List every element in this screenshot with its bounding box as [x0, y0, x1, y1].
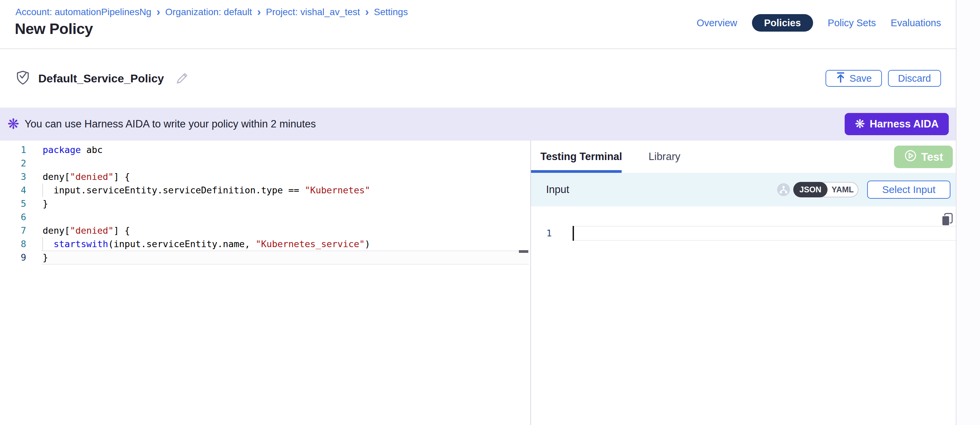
- line-number: 4: [0, 184, 26, 197]
- copy-icon: [940, 212, 955, 227]
- nav-item-evaluations[interactable]: Evaluations: [891, 18, 941, 29]
- select-input-button[interactable]: Select Input: [867, 181, 950, 199]
- save-button[interactable]: Save: [826, 70, 882, 87]
- pencil-icon: [175, 72, 189, 85]
- code-line[interactable]: 8 startswith(input.serviceEntity.name, "…: [0, 237, 530, 251]
- page-title: New Policy: [15, 20, 93, 38]
- code-text: }: [43, 251, 48, 264]
- main-area: 1package abc23deny["denied"] {4 input.se…: [0, 141, 956, 425]
- new-policy-page: Account: automationPipelinesNg › Organiz…: [0, 0, 980, 425]
- json-yaml-toggle[interactable]: JSON YAML: [793, 182, 858, 197]
- aida-banner: ❋ You can use Harness AIDA to write your…: [0, 108, 956, 141]
- code-text: input.serviceEntity.serviceDefinition.ty…: [43, 184, 370, 197]
- copy-button[interactable]: [940, 212, 955, 227]
- right-page-gutter: [956, 0, 980, 425]
- harness-aida-button-label: Harness AIDA: [870, 118, 939, 130]
- current-line-highlight: [573, 226, 956, 241]
- policy-name-group: Default_Service_Policy: [16, 49, 189, 108]
- branch-icon: [776, 182, 791, 197]
- text-cursor: [573, 226, 574, 241]
- code-line[interactable]: 1package abc: [0, 143, 530, 157]
- discard-button[interactable]: Discard: [888, 70, 941, 87]
- code-line[interactable]: 5}: [0, 197, 530, 211]
- line-number: 8: [0, 237, 26, 251]
- policy-name: Default_Service_Policy: [38, 72, 164, 85]
- code-line[interactable]: 4 input.serviceEntity.serviceDefinition.…: [0, 184, 530, 197]
- toggle-option-yaml[interactable]: YAML: [827, 182, 858, 197]
- code-text: startswith(input.serviceEntity.name, "Ku…: [43, 237, 370, 251]
- code-area: 1package abc23deny["denied"] {4 input.se…: [0, 143, 530, 264]
- breadcrumb-organization[interactable]: Organization: default: [165, 7, 252, 18]
- nav-item-policies[interactable]: Policies: [752, 14, 813, 32]
- breadcrumb-project[interactable]: Project: vishal_av_test: [266, 7, 360, 18]
- tab-testing-terminal[interactable]: Testing Terminal: [540, 141, 622, 173]
- edit-policy-name-button[interactable]: [175, 72, 189, 85]
- policy-nav-tabs: Overview Policies Policy Sets Evaluation…: [697, 0, 941, 46]
- testing-terminal-panel: Testing Terminal Library Test: [531, 141, 956, 425]
- code-line[interactable]: 7deny["denied"] {: [0, 224, 530, 237]
- page-content: Account: automationPipelinesNg › Organiz…: [0, 0, 956, 425]
- line-number: 2: [0, 157, 26, 170]
- aida-flower-icon: ❋: [855, 118, 865, 130]
- line-number: 3: [0, 170, 26, 184]
- line-number: 5: [0, 197, 26, 211]
- breadcrumb-settings[interactable]: Settings: [374, 7, 408, 18]
- nav-item-policy-sets[interactable]: Policy Sets: [828, 18, 876, 29]
- line-number: 6: [0, 211, 26, 224]
- page-header: Account: automationPipelinesNg › Organiz…: [0, 0, 956, 49]
- shield-check-icon: [16, 70, 30, 87]
- code-line[interactable]: 9}: [0, 251, 530, 264]
- test-button[interactable]: Test: [894, 145, 953, 168]
- input-line-number: 1: [531, 226, 552, 241]
- nav-item-overview[interactable]: Overview: [697, 18, 737, 29]
- test-button-label: Test: [921, 151, 943, 163]
- toolbar-actions: Save Discard: [826, 49, 941, 108]
- policy-toolbar: Default_Service_Policy: [0, 49, 956, 108]
- policy-code-editor[interactable]: 1package abc23deny["denied"] {4 input.se…: [0, 141, 530, 425]
- chevron-right-icon: ›: [365, 6, 369, 17]
- code-text: package abc: [43, 143, 103, 157]
- breadcrumb-account[interactable]: Account: automationPipelinesNg: [16, 7, 151, 18]
- terminal-tabs-row: Testing Terminal Library Test: [531, 141, 956, 173]
- breadcrumb: Account: automationPipelinesNg › Organiz…: [16, 7, 408, 18]
- overview-ruler-cursor-marker: [519, 250, 528, 253]
- play-circle-icon: [904, 149, 917, 165]
- code-text: deny["denied"] {: [43, 224, 130, 237]
- harness-aida-button[interactable]: ❋ Harness AIDA: [845, 113, 949, 135]
- discard-button-label: Discard: [898, 73, 931, 84]
- line-number: 1: [0, 143, 26, 157]
- active-tab-underline: [531, 170, 622, 173]
- code-line[interactable]: 6: [0, 211, 530, 224]
- code-text: }: [43, 197, 48, 211]
- select-input-label: Select Input: [882, 184, 935, 195]
- code-text: deny["denied"] {: [43, 170, 130, 184]
- upload-icon: [835, 72, 846, 85]
- aida-flower-icon: ❋: [7, 117, 19, 131]
- code-line[interactable]: 3deny["denied"] {: [0, 170, 530, 184]
- save-button-label: Save: [850, 73, 872, 84]
- line-number: 9: [0, 251, 26, 264]
- aida-banner-message: You can use Harness AIDA to write your p…: [24, 118, 316, 130]
- input-editor[interactable]: 1: [531, 206, 956, 425]
- chevron-right-icon: ›: [156, 6, 160, 17]
- toggle-option-json[interactable]: JSON: [793, 182, 827, 197]
- line-number: 7: [0, 224, 26, 237]
- input-section-label: Input: [546, 173, 569, 206]
- chevron-right-icon: ›: [257, 6, 261, 17]
- input-toolbar: Input JSON YAML: [531, 173, 956, 206]
- tab-library[interactable]: Library: [649, 141, 681, 173]
- code-line[interactable]: 2: [0, 157, 530, 170]
